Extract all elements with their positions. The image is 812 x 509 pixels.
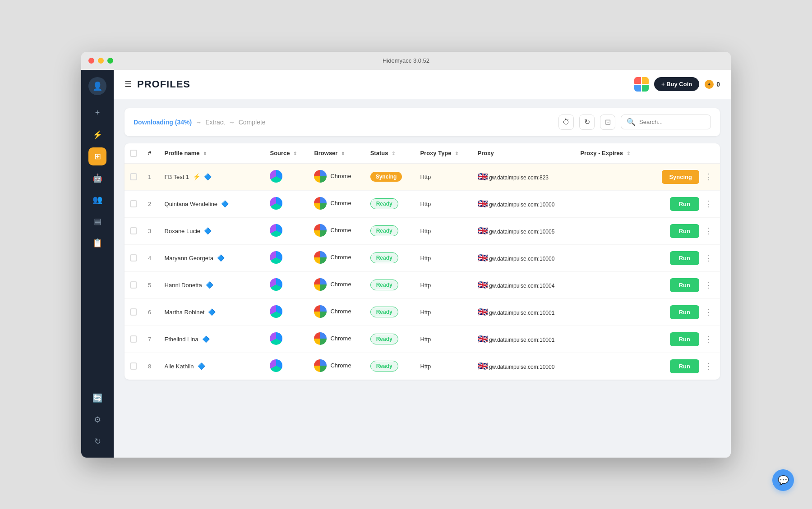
import-button[interactable]: ⊡ xyxy=(600,115,615,130)
profile-name-text: FB Test 1 xyxy=(165,174,189,180)
row-browser: Chrome xyxy=(309,353,364,378)
row-proxy: 🇬🇧 gw.dataimpulse.com:10004 xyxy=(472,271,575,298)
row-profile-name: Roxane Lucie🔷 xyxy=(159,217,265,244)
search-input[interactable] xyxy=(639,119,705,125)
row-proxy-type: Http xyxy=(415,163,472,190)
row-browser: Chrome xyxy=(309,299,364,324)
run-button[interactable]: Run xyxy=(670,359,699,373)
more-options-button[interactable]: ⋮ xyxy=(703,251,715,265)
table-row: 6Martha Robinet🔷ChromeReadyHttp🇬🇧 gw.dat… xyxy=(125,298,720,326)
proxy-address: gw.dataimpulse.com:10001 xyxy=(488,310,555,316)
more-options-button[interactable]: ⋮ xyxy=(703,224,715,238)
row-actions: Run⋮ xyxy=(646,190,720,217)
sidebar-item-data[interactable]: ▤ xyxy=(88,212,106,230)
theme-icon[interactable] xyxy=(634,77,649,92)
sidebar-item-logs[interactable]: 📋 xyxy=(88,234,106,252)
sidebar-item-settings[interactable]: ⚙ xyxy=(88,411,106,429)
header-right: + Buy Coin ● 0 xyxy=(634,77,720,92)
row-source xyxy=(264,298,309,326)
proxy-flag-icon: 🇬🇧 xyxy=(478,172,488,182)
sidebar-item-team[interactable]: 👥 xyxy=(88,191,106,209)
row-status: Ready xyxy=(365,353,415,380)
run-button[interactable]: Run xyxy=(670,305,699,319)
log-icon: 📋 xyxy=(92,238,102,248)
th-proxy-type: Proxy Type ⇕ xyxy=(415,143,472,164)
browser-sort-icon: ⇕ xyxy=(341,151,345,156)
history-icon: ⏱ xyxy=(563,118,570,126)
row-checkbox[interactable] xyxy=(130,308,137,316)
row-status: Ready xyxy=(365,298,415,326)
run-button[interactable]: Run xyxy=(670,224,699,238)
more-options-button[interactable]: ⋮ xyxy=(703,197,715,211)
row-proxy-expires xyxy=(575,271,646,298)
more-options-button[interactable]: ⋮ xyxy=(703,305,715,319)
row-profile-name: FB Test 1⚡🔷 xyxy=(159,163,265,190)
user-avatar[interactable]: 👤 xyxy=(88,77,106,95)
more-options-button[interactable]: ⋮ xyxy=(703,278,715,292)
reload-icon: ↻ xyxy=(584,118,590,126)
row-proxy-expires xyxy=(575,244,646,271)
row-source xyxy=(264,217,309,244)
settings-icon: ⚙ xyxy=(94,415,101,425)
sidebar-item-sync[interactable]: 🔄 xyxy=(88,389,106,407)
history-button[interactable]: ⏱ xyxy=(558,115,574,130)
run-button[interactable]: Run xyxy=(670,197,699,211)
buy-coin-button[interactable]: + Buy Coin xyxy=(654,77,699,91)
status-badge: Ready xyxy=(370,334,398,344)
status-badge: Ready xyxy=(370,361,398,371)
row-number: 8 xyxy=(143,353,159,380)
run-button[interactable]: Run xyxy=(670,278,699,292)
row-checkbox[interactable] xyxy=(130,200,137,207)
chrome-icon xyxy=(314,170,327,183)
chrome-icon xyxy=(314,359,327,372)
run-button[interactable]: Run xyxy=(670,332,699,346)
row-checkbox[interactable] xyxy=(130,335,137,343)
select-all-checkbox[interactable] xyxy=(130,150,137,157)
row-number: 1 xyxy=(143,163,159,190)
row-checkbox[interactable] xyxy=(130,173,137,180)
close-button[interactable] xyxy=(88,58,94,64)
titlebar: Hidemyacc 3.0.52 xyxy=(81,52,731,70)
browser-name: Chrome xyxy=(330,254,351,261)
row-actions: Run⋮ xyxy=(646,217,720,244)
proxy-address: gw.dataimpulse.com:10000 xyxy=(488,256,555,262)
table-row: 3Roxane Lucie🔷ChromeReadyHttp🇬🇧 gw.datai… xyxy=(125,217,720,244)
chrome-icon xyxy=(314,332,327,345)
proxy-flag-icon: 🇬🇧 xyxy=(478,199,488,209)
row-checkbox[interactable] xyxy=(130,281,137,289)
more-options-button[interactable]: ⋮ xyxy=(703,170,715,183)
sidebar-item-profiles[interactable]: ⊞ xyxy=(88,147,106,165)
row-checkbox[interactable] xyxy=(130,254,137,261)
more-options-button[interactable]: ⋮ xyxy=(703,359,715,373)
header-left: ☰ PROFILES xyxy=(125,78,190,90)
row-proxy: 🇬🇧 gw.dataimpulse.com:10005 xyxy=(472,217,575,244)
more-options-button[interactable]: ⋮ xyxy=(703,332,715,346)
bot-icon: 🤖 xyxy=(92,173,102,183)
maximize-button[interactable] xyxy=(107,58,113,64)
row-proxy: 🇬🇧 gw.dataimpulse.com:10000 xyxy=(472,244,575,271)
source-browser-icon xyxy=(270,359,282,372)
proxy-address: gw.dataimpulse.com:823 xyxy=(488,174,549,181)
chat-fab-button[interactable]: 💬 xyxy=(772,469,794,491)
sidebar-item-refresh[interactable]: ↻ xyxy=(88,432,106,450)
proxy-flag-icon: 🇬🇧 xyxy=(478,280,488,290)
syncing-button[interactable]: Syncing xyxy=(662,170,699,184)
sidebar: 👤 + ⚡ ⊞ 🤖 👥 ▤ 📋 xyxy=(81,70,114,458)
th-source: Source ⇕ xyxy=(264,143,309,164)
sidebar-item-add[interactable]: + xyxy=(88,104,106,122)
row-number: 3 xyxy=(143,217,159,244)
arrow-1: → xyxy=(195,119,202,126)
sidebar-item-automation[interactable]: ⚡ xyxy=(88,126,106,144)
hamburger-icon[interactable]: ☰ xyxy=(125,79,132,89)
row-checkbox[interactable] xyxy=(130,227,137,234)
row-proxy-type: Http xyxy=(415,353,472,380)
table-row: 5Hanni Donetta🔷ChromeReadyHttp🇬🇧 gw.data… xyxy=(125,271,720,298)
run-button[interactable]: Run xyxy=(670,251,699,265)
sidebar-item-bot[interactable]: 🤖 xyxy=(88,169,106,187)
content-area: Downloading (34%) → Extract → Complete ⏱… xyxy=(114,99,731,458)
minimize-button[interactable] xyxy=(98,58,104,64)
reload-button[interactable]: ↻ xyxy=(579,115,595,130)
row-actions: Run⋮ xyxy=(646,298,720,326)
profile-name-text: Ethelind Lina xyxy=(165,336,198,343)
row-checkbox[interactable] xyxy=(130,362,137,370)
